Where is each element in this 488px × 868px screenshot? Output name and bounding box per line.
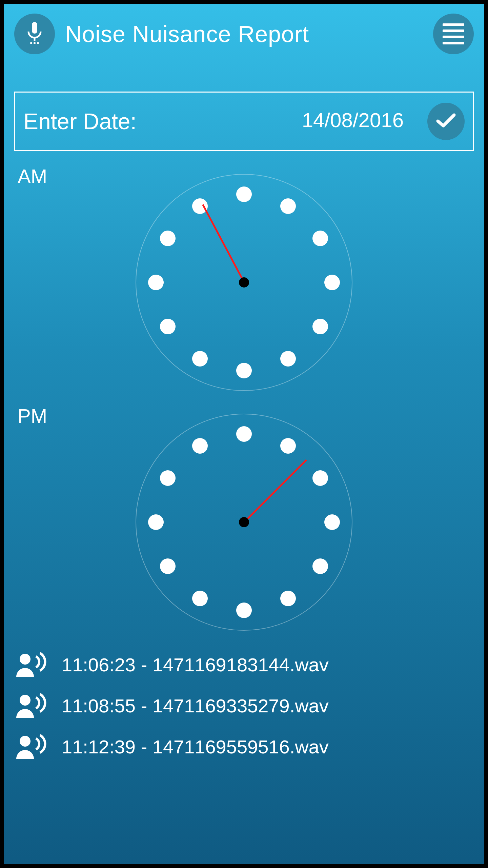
confirm-date-button[interactable] bbox=[427, 103, 465, 140]
svg-point-7 bbox=[20, 736, 30, 747]
check-icon bbox=[436, 112, 456, 131]
svg-point-6 bbox=[20, 695, 30, 706]
recording-item[interactable]: 11:08:55 - 1471169335279.wav bbox=[4, 685, 484, 726]
recording-item[interactable]: 11:12:39 - 1471169559516.wav bbox=[4, 726, 484, 767]
pm-clock[interactable] bbox=[136, 414, 352, 631]
person-speaking-icon bbox=[14, 692, 52, 719]
hour-dot bbox=[236, 363, 252, 378]
hour-dot bbox=[160, 558, 176, 574]
hour-dot bbox=[312, 231, 328, 246]
svg-point-2 bbox=[30, 42, 32, 44]
hour-dot bbox=[280, 438, 296, 454]
clock-center bbox=[239, 517, 249, 527]
hour-dot bbox=[148, 514, 164, 530]
hour-dot bbox=[280, 591, 296, 606]
person-speaking-icon bbox=[14, 651, 52, 678]
hour-dot bbox=[236, 186, 252, 202]
date-label: Enter Date: bbox=[23, 108, 137, 134]
hamburger-icon bbox=[443, 23, 464, 26]
hour-dot bbox=[312, 558, 328, 574]
hour-dot bbox=[324, 514, 340, 530]
svg-point-4 bbox=[37, 42, 39, 44]
hour-dot bbox=[192, 438, 208, 454]
am-clock[interactable] bbox=[136, 174, 352, 391]
mic-icon bbox=[24, 21, 45, 46]
date-input-row: Enter Date: 14/08/2016 bbox=[14, 92, 474, 151]
hour-dot bbox=[236, 603, 252, 618]
hour-dot bbox=[160, 319, 176, 334]
date-field[interactable]: 14/08/2016 bbox=[292, 108, 414, 134]
hour-dot bbox=[324, 275, 340, 290]
page-title: Noise Nuisance Report bbox=[65, 21, 433, 47]
menu-button[interactable] bbox=[433, 14, 474, 54]
clock-center bbox=[239, 277, 249, 288]
hour-dot bbox=[160, 231, 176, 246]
recordings-list: 11:06:23 - 1471169183144.wav 11:08:55 - … bbox=[4, 644, 484, 767]
hour-dot bbox=[148, 275, 164, 290]
mic-button[interactable] bbox=[14, 14, 55, 54]
hour-dot bbox=[280, 198, 296, 214]
recording-text: 11:12:39 - 1471169559516.wav bbox=[62, 736, 329, 758]
hour-dot bbox=[312, 470, 328, 486]
recording-item[interactable]: 11:06:23 - 1471169183144.wav bbox=[4, 644, 484, 685]
hour-dot bbox=[236, 426, 252, 442]
recording-text: 11:08:55 - 1471169335279.wav bbox=[62, 695, 329, 717]
person-speaking-icon bbox=[14, 733, 52, 760]
svg-rect-0 bbox=[32, 22, 37, 34]
hour-dot bbox=[160, 470, 176, 486]
hour-dot bbox=[280, 351, 296, 367]
hour-dot bbox=[192, 351, 208, 367]
hour-dot bbox=[192, 591, 208, 606]
recording-text: 11:06:23 - 1471169183144.wav bbox=[62, 654, 329, 676]
app-header: Noise Nuisance Report bbox=[4, 4, 484, 61]
hour-dot bbox=[312, 319, 328, 334]
svg-point-5 bbox=[20, 654, 30, 665]
svg-point-3 bbox=[34, 42, 36, 44]
